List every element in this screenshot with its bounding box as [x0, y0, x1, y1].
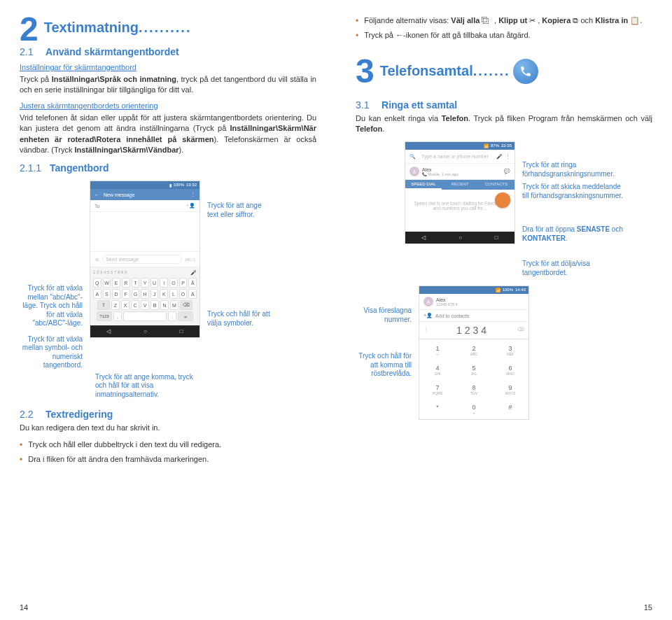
comma-key[interactable]: ,: [113, 311, 122, 321]
phone-telefon: 📶 87% 22:35 🔍 Type a name or phone numbe…: [405, 141, 515, 244]
tab-speed-dial[interactable]: SPEED DIAL: [405, 180, 442, 190]
avatar: A: [424, 297, 433, 307]
key-3[interactable]: 3DEF: [492, 341, 528, 360]
callout-visa: Visa föreslagna nummer.: [356, 307, 412, 324]
key-2[interactable]: 2ABC: [456, 341, 492, 360]
phone-small-icon: 📞: [422, 172, 427, 176]
suggest-row[interactable]: A Alex 12345 678 9: [419, 294, 528, 310]
backspace-icon[interactable]: ⌫: [517, 327, 524, 332]
nav-recent-icon[interactable]: □: [495, 234, 498, 241]
phone-tabs: SPEED DIAL RECENT CONTACTS: [405, 180, 514, 190]
subsection-title: Textredigering: [46, 409, 113, 420]
chapter-title: Telefonsamtal.......: [380, 63, 510, 79]
emoji-icon[interactable]: ☺: [94, 257, 99, 262]
dialpad-fab[interactable]: [495, 192, 510, 208]
hint-text: Speed dial is one touch dialling for Fav…: [414, 201, 505, 211]
more-icon[interactable]: ⋮: [424, 327, 428, 332]
more-icon[interactable]: ⋮: [505, 154, 510, 160]
fn-key[interactable]: ?123: [97, 311, 112, 321]
back-icon[interactable]: ←: [94, 192, 99, 197]
tab-recent[interactable]: RECENT: [442, 180, 478, 190]
nav-recent-icon[interactable]: □: [180, 328, 183, 334]
contact-sub: Mobile, 1 min ago: [428, 172, 458, 176]
add-contact-icon[interactable]: +👤: [186, 203, 195, 209]
subsubsection-number: 2.1.1: [20, 162, 48, 174]
bullet-item: Tryck och håll eller dubbeltryck i den t…: [20, 439, 316, 451]
kb-row-3: ⇧ZXCVBNM⌫: [93, 300, 197, 310]
section-2-1-1: 2.1.1 Tangentbord: [20, 162, 316, 174]
speed-dial-area: 🕓 Speed dial is one touch dialling for F…: [405, 190, 514, 232]
callout-abc: Tryck för att växla mellan "abc/Abc"-läg…: [20, 284, 83, 328]
chapter-number: 3: [356, 55, 374, 88]
clock-text: 22:35: [501, 143, 512, 148]
nav-bar: ◁ ○ □: [405, 232, 514, 244]
key-star[interactable]: *: [419, 400, 456, 419]
period-key[interactable]: .: [168, 311, 176, 321]
key-9[interactable]: 9WXYZ: [492, 380, 528, 400]
callout-left-col: Tryck för att växla mellan "abc/Abc"-läg…: [20, 181, 83, 370]
contact-name: Alex: [422, 167, 501, 172]
subsection-number: 2.2: [20, 409, 43, 420]
clock-text: 14:40: [515, 288, 526, 293]
key-0[interactable]: 0+: [456, 400, 492, 419]
subsection-number: 2.1: [20, 46, 43, 57]
key-1[interactable]: 1∞: [419, 341, 456, 360]
callout-hold: Tryck och håll för att välja symboler.: [207, 310, 270, 327]
enter-key[interactable]: ↵: [178, 311, 193, 321]
nav-back-icon[interactable]: ◁: [106, 328, 111, 334]
signal-icon: 📶: [484, 143, 489, 148]
more-icon[interactable]: ⋮: [190, 192, 195, 197]
mic-icon[interactable]: 🎤: [496, 154, 503, 160]
add-contacts-row[interactable]: +👤 Add to contacts: [419, 310, 528, 322]
settings-link: Inställningar för skärmtangentbord: [20, 63, 316, 71]
key-5[interactable]: 5JKL: [456, 360, 492, 380]
mic-icon[interactable]: 🎤: [190, 270, 197, 276]
key-hash[interactable]: #: [492, 400, 528, 419]
callout-symbol: Tryck för att växla mellan symbol- och n…: [20, 335, 83, 370]
key-8[interactable]: 8TUV: [456, 380, 492, 400]
callout-voicemail: Tryck och håll för att komma till röstbr…: [356, 352, 412, 379]
backspace-key[interactable]: ⌫: [180, 300, 192, 310]
contact-row[interactable]: A Alex 📞 Mobile, 1 min ago 💬: [405, 164, 514, 180]
keyboard-figure: Tryck för att växla mellan "abc/Abc"-läg…: [20, 181, 316, 370]
title-dots: .......: [473, 63, 510, 78]
paragraph-call: Du kan enkelt ringa via Telefon. Tryck p…: [356, 113, 652, 135]
callout-drag: Dra för att öppna SENASTE och KONTAKTER.: [522, 225, 627, 243]
search-input[interactable]: Type a name or phone number: [419, 153, 493, 160]
bullet-list-top: Följande alternativ visas: Välj alla ⿻ ,…: [356, 15, 652, 42]
key-6[interactable]: 6MNO: [492, 360, 528, 380]
avatar: A: [410, 167, 419, 176]
message-icon[interactable]: 💬: [504, 169, 510, 174]
to-label: To: [94, 204, 99, 209]
app-bar: ← New message ⋮: [90, 189, 200, 200]
keyboard: 1 2 3 4 5 6 7 8 9 0 🎤 QWERTYUIOPÅ ASDFGH…: [90, 267, 200, 325]
key-7[interactable]: 7PQRS: [419, 380, 456, 400]
phone3-figure: Visa föreslagna nummer. Tryck och håll f…: [356, 286, 652, 420]
shift-key[interactable]: ⇧: [97, 300, 110, 310]
title-text: Textinmatning: [44, 20, 139, 35]
bullet-item: Följande alternativ visas: Välj alla ⿻ ,…: [356, 15, 652, 27]
paste-icon: 📋: [630, 16, 640, 24]
chapter-number: 2: [20, 13, 38, 46]
battery-text: 100%: [503, 288, 513, 293]
battery-text: 87%: [491, 143, 499, 148]
section-3-header: 3 Telefonsamtal.......: [356, 55, 652, 88]
section-2-header: 2 Textinmatning..........: [20, 13, 316, 36]
key-4[interactable]: 4GHI: [419, 360, 456, 380]
nav-home-icon[interactable]: ○: [458, 234, 462, 241]
nav-home-icon[interactable]: ○: [144, 328, 147, 334]
contact-number: 12345 678 9: [436, 302, 524, 307]
space-key[interactable]: [123, 311, 167, 321]
section-2-1: 2.1 Använd skärmtangentbordet: [20, 46, 316, 57]
bullet-item: Tryck på ←-ikonen för att gå tillbaka ut…: [356, 30, 652, 42]
search-icon[interactable]: 🔍: [410, 154, 416, 160]
callout-right-col: Tryck för att ringa förhandsgranskningsn…: [522, 141, 627, 277]
message-input[interactable]: Send message: [102, 255, 182, 264]
nav-back-icon[interactable]: ◁: [421, 234, 426, 241]
callout-msg: Tryck för att skicka meddelande till för…: [522, 183, 627, 200]
select-all-icon: ⿻: [482, 16, 494, 25]
tab-contacts[interactable]: CONTACTS: [478, 180, 514, 190]
paragraph-orientation: Vrid telefonen åt sidan eller uppåt för …: [20, 113, 316, 156]
dial-pad: 1∞ 2ABC 3DEF 4GHI 5JKL 6MNO 7PQRS 8TUV 9…: [419, 341, 528, 419]
chapter-title: Textinmatning..........: [20, 13, 316, 36]
